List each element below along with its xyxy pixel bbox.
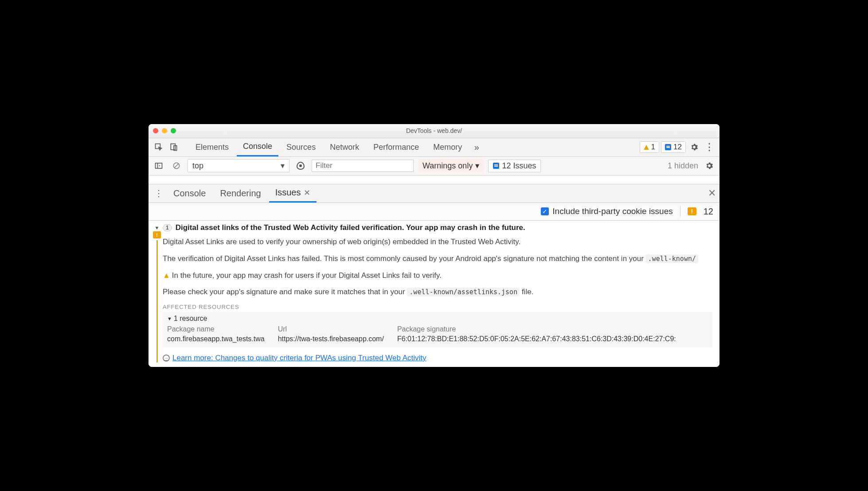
tab-label: Elements (195, 143, 229, 152)
more-tabs-icon[interactable]: » (470, 140, 483, 154)
tab-label: Console (243, 142, 272, 151)
message-icon (493, 163, 499, 169)
tab-label: Memory (433, 143, 462, 152)
titlebar: DevTools - web.dev/ (149, 124, 719, 138)
tab-label: Network (330, 143, 359, 152)
svg-rect-1 (171, 144, 175, 150)
svg-marker-5 (159, 165, 160, 167)
tab-console[interactable]: Console (237, 138, 278, 156)
text: file. (520, 288, 533, 296)
issue-title: Digital asset links of the Trusted Web A… (176, 223, 525, 232)
include-3p-checkbox[interactable]: ✓ Include third-party cookie issues (541, 207, 673, 216)
clear-console-icon[interactable] (170, 159, 183, 172)
device-toolbar-icon[interactable] (167, 140, 180, 154)
hidden-count[interactable]: 1 hidden (668, 161, 698, 171)
close-tab-icon[interactable]: ✕ (304, 188, 310, 198)
tab-memory[interactable]: Memory (427, 138, 468, 156)
resource-toggle[interactable]: ▼ 1 resource (167, 315, 708, 323)
issue-paragraph: Digital Asset Links are used to verify y… (163, 237, 712, 247)
svg-rect-0 (156, 144, 160, 149)
tab-label: Console (173, 188, 206, 199)
table-col-signature: Package signature F6:01:12:78:BD:E1:88:5… (397, 325, 676, 343)
context-select[interactable]: top ▾ (188, 159, 289, 172)
warning-badge-icon: ! (688, 207, 696, 215)
col-value: com.firebaseapp.twa_tests.twa (167, 335, 265, 343)
issue-title-row[interactable]: 1 Digital asset links of the Trusted Web… (163, 223, 712, 232)
learn-more-label: Learn more: Changes to quality criteria … (172, 354, 426, 362)
tab-network[interactable]: Network (324, 138, 365, 156)
issues-count-label: 12 Issues (502, 161, 536, 171)
col-header: Url (278, 325, 384, 333)
code-path: .well-known/ (646, 254, 698, 263)
issues-toolbar: ✓ Include third-party cookie issues ! 12 (149, 203, 719, 221)
filter-input[interactable] (312, 160, 414, 172)
drawer-tab-console[interactable]: Console (167, 184, 212, 203)
issues-button[interactable]: 12 Issues (488, 160, 541, 172)
inspect-element-icon[interactable] (152, 140, 165, 154)
settings-icon[interactable] (688, 140, 701, 154)
warnings-count: 1 (651, 143, 655, 152)
devtools-window: DevTools - web.dev/ Elements Console Sou… (149, 124, 719, 367)
learn-more-link[interactable]: → Learn more: Changes to quality criteri… (163, 354, 712, 362)
table-col-url: Url https://twa-tests.firebaseapp.com/ (278, 325, 384, 343)
tab-label: Issues (275, 187, 301, 198)
col-header: Package name (167, 325, 265, 333)
context-label: top (192, 161, 203, 171)
tab-label: Rendering (220, 188, 261, 199)
close-drawer-icon[interactable]: ✕ (708, 187, 716, 199)
kebab-menu-icon[interactable]: ⋮ (703, 140, 716, 154)
messages-count: 12 (673, 143, 682, 152)
issue-paragraph: The verification of Digital Asset Links … (163, 253, 712, 264)
message-icon (665, 144, 671, 150)
col-value: https://twa-tests.firebaseapp.com/ (278, 335, 384, 343)
col-value: F6:01:12:78:BD:E1:88:52:D5:0F:05:2A:5E:6… (397, 335, 676, 343)
resource-toggle-label: 1 resource (174, 315, 207, 323)
tab-performance[interactable]: Performance (367, 138, 425, 156)
console-toolbar: top ▾ Warnings only ▾ 12 Issues 1 hidden (149, 157, 719, 175)
affected-resources-heading: Affected Resources (163, 304, 712, 310)
text: In the future, your app may crash for us… (172, 271, 442, 280)
main-tab-strip: Elements Console Sources Network Perform… (149, 138, 719, 157)
log-level-select[interactable]: Warnings only ▾ (418, 159, 484, 172)
drawer-tab-issues[interactable]: Issues ✕ (269, 184, 317, 203)
warning-icon: ! (153, 231, 161, 238)
console-settings-icon[interactable] (703, 159, 716, 172)
code-path: .well-known/assetlinks.json (407, 288, 520, 296)
text: The verification of Digital Asset Links … (163, 254, 646, 263)
console-sidebar-toggle-icon[interactable] (152, 159, 165, 172)
issue-content: 1 Digital asset links of the Trusted Web… (163, 223, 719, 362)
issues-total-count: 12 (704, 207, 713, 217)
drawer-tab-rendering[interactable]: Rendering (214, 184, 267, 203)
text: Please check your app's signature and ma… (163, 288, 407, 296)
table-col-package: Package name com.firebaseapp.twa_tests.t… (167, 325, 265, 343)
warnings-badge[interactable]: 1 (640, 141, 659, 153)
log-level-label: Warnings only (422, 161, 473, 171)
severity-indicator (156, 240, 158, 362)
expand-caret-icon[interactable]: ▼ (155, 225, 160, 230)
resource-table: Package name com.firebaseapp.twa_tests.t… (167, 325, 708, 343)
live-expression-icon[interactable] (294, 159, 307, 172)
issue-paragraph: ▲In the future, your app may crash for u… (163, 270, 712, 281)
messages-badge[interactable]: 12 (661, 141, 686, 153)
warning-inline-icon: ▲ (163, 271, 170, 280)
window-title: DevTools - web.dev/ (149, 127, 719, 134)
console-output-area (149, 175, 719, 184)
tab-sources[interactable]: Sources (280, 138, 322, 156)
chevron-down-icon: ▼ (167, 316, 172, 321)
warning-icon (644, 145, 649, 150)
chevron-down-icon: ▾ (281, 161, 285, 171)
occurrence-count: 1 (163, 224, 172, 231)
divider (680, 206, 680, 217)
include-3p-label: Include third-party cookie issues (552, 207, 673, 216)
tab-elements[interactable]: Elements (189, 138, 235, 156)
checkbox-checked-icon: ✓ (541, 207, 549, 215)
affected-resources-box: ▼ 1 resource Package name com.firebaseap… (163, 312, 712, 347)
issue-item: ▼ ! 1 Digital asset links of the Trusted… (149, 221, 719, 367)
col-header: Package signature (397, 325, 676, 333)
tab-label: Sources (286, 143, 316, 152)
svg-line-7 (175, 164, 178, 168)
tab-label: Performance (373, 143, 419, 152)
drawer-kebab-icon[interactable]: ⋮ (152, 187, 165, 200)
issue-gutter: ▼ ! (151, 223, 163, 362)
arrow-circle-icon: → (163, 355, 170, 362)
